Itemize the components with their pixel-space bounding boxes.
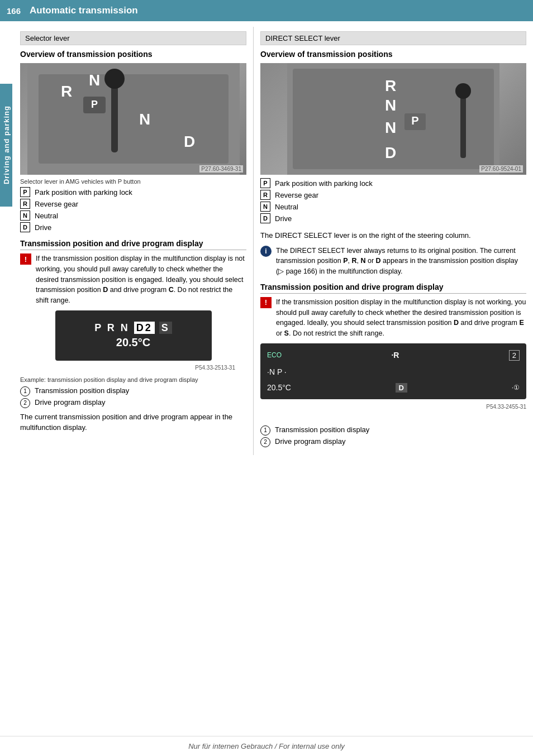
left-column: Selector lever Overview of transmission … xyxy=(13,27,254,455)
display-top-row: ECO ·R 2 xyxy=(267,350,520,361)
side-tab-label: Driving and parking xyxy=(2,106,11,184)
gear-badge-p-right: P xyxy=(260,178,270,188)
gear-p-right-label: Park position with parking lock xyxy=(275,179,373,188)
display-eco: ECO xyxy=(267,351,282,359)
list-item: 2 Drive program display xyxy=(20,398,246,408)
list-item: N Neutral xyxy=(20,210,246,221)
svg-text:R: R xyxy=(61,83,72,100)
gear-n-label: Neutral xyxy=(35,212,58,220)
num-item-1: Transmission position display xyxy=(35,386,129,395)
circle-num-2: 2 xyxy=(20,398,30,408)
right-section-header: DIRECT SELECT lever xyxy=(260,31,526,45)
display-circle1: ·① xyxy=(512,384,520,391)
svg-point-9 xyxy=(104,69,125,89)
gear-r-right-label: Reverse gear xyxy=(275,191,318,199)
list-item: 1 Transmission position display xyxy=(260,425,526,436)
left-num-list: 1 Transmission position display 2 Drive … xyxy=(20,386,246,408)
right-body-text1: The DIRECT SELECT lever is on the right … xyxy=(260,230,526,241)
list-item: R Reverse gear xyxy=(260,190,526,200)
left-overview-title: Overview of transmission positions xyxy=(20,50,246,59)
gear-d-right-label: Drive xyxy=(275,214,292,223)
left-image-caption: Selector lever in AMG vehicles with P bu… xyxy=(20,178,246,185)
gear-badge-d-right: D xyxy=(260,213,270,223)
display-bottom-row: 20.5°C D ·① xyxy=(267,383,520,393)
right-info-text: The DIRECT SELECT lever always returns t… xyxy=(276,246,526,277)
svg-rect-8 xyxy=(111,80,118,152)
gear-badge-n: N xyxy=(20,210,30,221)
gear-badge-d: D xyxy=(20,222,30,232)
direct-select-image: R N P N D P27.60-9524-01 xyxy=(260,63,526,175)
left-display-image: P R N D2 S 20.5°C xyxy=(55,310,212,361)
list-item: N Neutral xyxy=(260,202,526,212)
example-caption: Example: transmission position display a… xyxy=(20,376,246,383)
footer: Nur für internen Gebrauch / For internal… xyxy=(0,736,533,756)
right-num-list: 1 Transmission position display 2 Drive … xyxy=(260,425,526,447)
svg-text:R: R xyxy=(385,77,396,94)
display-middle-row: ·N P · xyxy=(267,367,520,376)
svg-point-19 xyxy=(455,83,471,99)
direct-select-svg: R N P N D xyxy=(287,63,499,175)
footer-text: Nur für internen Gebrauch / For internal… xyxy=(188,742,345,750)
gear-badge-p: P xyxy=(20,187,30,197)
gear-badge-r: R xyxy=(20,199,30,209)
gear-d-label: Drive xyxy=(35,223,51,232)
display-row2: 20.5°C xyxy=(116,336,150,349)
svg-text:N: N xyxy=(385,119,396,136)
header-bar: 166 Automatic transmission xyxy=(0,0,533,21)
info-icon: i xyxy=(260,246,272,257)
display-n: ·N P · xyxy=(267,367,287,376)
left-warning-box: ! If the transmission position display i… xyxy=(20,253,246,306)
gear-n-right-label: Neutral xyxy=(275,203,298,211)
svg-text:D: D xyxy=(184,133,195,150)
warning-icon: ! xyxy=(20,253,31,265)
selector-lever-svg: R N P N D xyxy=(27,63,240,175)
right-image-ref: P27.60-9524-01 xyxy=(479,165,523,173)
num-item-2: Drive program display xyxy=(35,398,105,406)
warning-icon-right: ! xyxy=(260,297,272,308)
num-item-1-right: Transmission position display xyxy=(275,425,369,434)
svg-text:N: N xyxy=(385,97,396,114)
svg-rect-18 xyxy=(460,91,466,158)
gear-r-label: Reverse gear xyxy=(35,200,78,208)
info-box: i The DIRECT SELECT lever always returns… xyxy=(260,246,526,277)
right-warning-box: ! If the transmission position display i… xyxy=(260,297,526,339)
circle-num-1-right: 1 xyxy=(260,425,270,436)
left-subsection-heading: Transmission position and drive program … xyxy=(20,239,246,250)
left-image-ref: P27.60-3469-31 xyxy=(199,165,243,173)
left-section-header: Selector lever xyxy=(20,31,246,45)
right-display-container: ECO ·R 2 ·N P · 20.5°C D ·① P54.33-2455-… xyxy=(260,343,526,410)
circle-num-1: 1 xyxy=(20,386,30,396)
right-gear-list: P Park position with parking lock R Reve… xyxy=(260,178,526,223)
right-subsection-heading: Transmission position and drive program … xyxy=(260,283,526,294)
right-display-ref: P54.33-2455-31 xyxy=(260,404,526,410)
svg-text:N: N xyxy=(139,111,150,128)
page-number: 166 xyxy=(7,6,21,16)
list-item: R Reverse gear xyxy=(20,199,246,209)
right-column: DIRECT SELECT lever Overview of transmis… xyxy=(254,27,533,455)
display-temp: 20.5°C xyxy=(267,383,291,392)
svg-text:D: D xyxy=(385,144,396,161)
direct-select-img-content: R N P N D P27.60-9524-01 xyxy=(260,63,526,175)
circle-num-2-right: 2 xyxy=(260,437,270,447)
gear-badge-n-right: N xyxy=(260,202,270,212)
list-item: P Park position with parking lock xyxy=(260,178,526,188)
right-warning-text: If the transmission position display in … xyxy=(276,297,526,339)
list-item: D Drive xyxy=(20,222,246,232)
display-row1: P R N D2 S xyxy=(94,322,172,334)
main-content: Selector lever Overview of transmission … xyxy=(13,21,533,461)
svg-text:P: P xyxy=(91,99,97,110)
selector-lever-img-content: R N P N D P27.60-3469-31 xyxy=(20,63,246,175)
right-overview-title: Overview of transmission positions xyxy=(260,50,526,59)
left-display-container: P R N D2 S 20.5°C P54.33-2513-31 xyxy=(20,310,246,361)
list-item: 1 Transmission position display xyxy=(20,386,246,396)
num-item-2-right: Drive program display xyxy=(275,437,345,446)
svg-text:N: N xyxy=(89,71,100,89)
list-item: 2 Drive program display xyxy=(260,437,526,447)
list-item: P Park position with parking lock xyxy=(20,187,246,197)
list-item: D Drive xyxy=(260,213,526,223)
left-body-text: The current transmission position and dr… xyxy=(20,412,246,433)
display-ref: P54.33-2513-31 xyxy=(195,365,235,371)
display-2: 2 xyxy=(509,350,520,361)
display-d: D xyxy=(396,383,407,393)
left-gear-list: P Park position with parking lock R Reve… xyxy=(20,187,246,232)
